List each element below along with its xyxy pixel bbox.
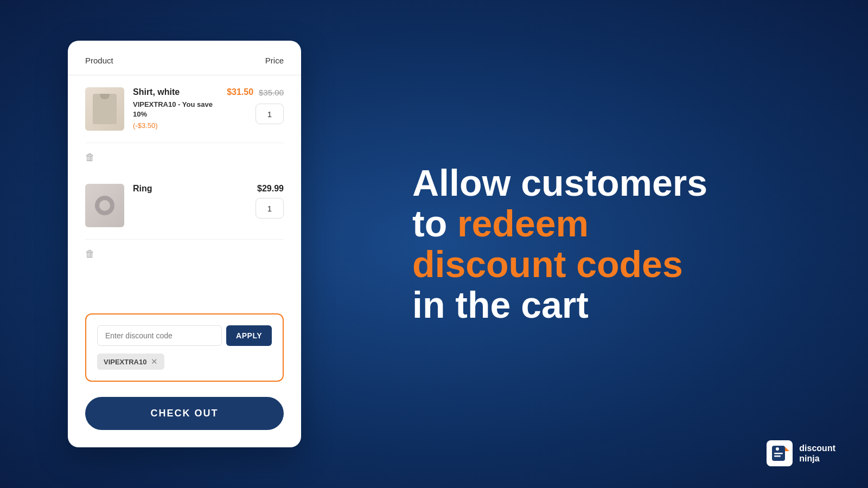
headline-line1: Allow customers xyxy=(412,163,825,203)
shirt-delete-icon[interactable]: 🗑 xyxy=(85,152,95,163)
ring-details: Ring $29.99 1 xyxy=(133,184,284,219)
brand-text: discount ninja xyxy=(799,443,835,464)
headline-redeem: redeem xyxy=(457,203,589,244)
ring-thumbnail xyxy=(85,184,124,227)
shirt-sale-price: $31.50 xyxy=(227,87,253,97)
svg-marker-4 xyxy=(785,447,789,451)
svg-point-1 xyxy=(776,447,779,451)
headline-line4: in the cart xyxy=(412,285,825,325)
left-panel: Product Price Shirt, white VIPEX xyxy=(0,0,369,488)
coupon-tags: VIPEXTRA10 ✕ xyxy=(97,354,272,370)
item-image-shirt xyxy=(85,87,124,131)
shirt-shape-icon xyxy=(93,94,117,124)
shirt-discount-label: VIPEXTRA10 - You save 10% xyxy=(133,100,213,118)
discount-code-input[interactable] xyxy=(97,325,222,346)
ring-price: $29.99 xyxy=(257,184,284,194)
apply-discount-button[interactable]: APPLY xyxy=(226,325,272,346)
list-item: Shirt, white VIPEXTRA10 - You save 10% (… xyxy=(85,75,284,143)
shirt-thumbnail xyxy=(85,87,124,131)
coupon-tag: VIPEXTRA10 ✕ xyxy=(97,354,164,370)
coupon-code-label: VIPEXTRA10 xyxy=(104,358,146,366)
cart-card: Product Price Shirt, white VIPEX xyxy=(68,41,301,447)
svg-rect-3 xyxy=(774,455,781,457)
headline-line2: to redeem xyxy=(412,203,825,244)
brand-name-line2: ninja xyxy=(799,453,835,464)
brand-name-line1: discount xyxy=(799,443,835,453)
column-price: Price xyxy=(265,56,284,65)
cart-header: Product Price xyxy=(68,41,301,75)
shirt-original-price: $35.00 xyxy=(259,88,284,97)
ninja-icon xyxy=(770,444,789,463)
shirt-details: Shirt, white VIPEXTRA10 - You save 10% (… xyxy=(133,87,284,130)
ring-name: Ring xyxy=(133,184,152,194)
ring-delete-icon[interactable]: 🗑 xyxy=(85,248,95,260)
item-image-ring xyxy=(85,184,124,227)
discount-input-row: APPLY xyxy=(97,325,272,346)
discount-section: APPLY VIPEXTRA10 ✕ xyxy=(68,303,301,397)
cart-items: Shirt, white VIPEXTRA10 - You save 10% (… xyxy=(68,75,301,303)
list-item: Ring $29.99 1 xyxy=(85,172,284,240)
shirt-delete-row: 🗑 xyxy=(85,143,284,172)
ring-quantity[interactable]: 1 xyxy=(256,198,284,219)
ring-shape-icon xyxy=(95,196,114,215)
headline: Allow customers to redeem discount codes… xyxy=(412,163,825,325)
brand-area: discount ninja xyxy=(767,440,835,466)
ring-delete-row: 🗑 xyxy=(85,240,284,268)
svg-rect-2 xyxy=(774,453,783,454)
headline-to: to xyxy=(412,203,457,244)
shirt-quantity[interactable]: 1 xyxy=(256,104,284,124)
checkout-button[interactable]: CHECK OUT xyxy=(85,397,284,430)
right-panel: Allow customers to redeem discount codes… xyxy=(369,130,868,357)
discount-box: APPLY VIPEXTRA10 ✕ xyxy=(85,313,284,382)
remove-coupon-icon[interactable]: ✕ xyxy=(151,357,158,367)
brand-icon xyxy=(767,440,793,466)
shirt-name: Shirt, white xyxy=(133,87,227,97)
shirt-discount-amount: (-$3.50) xyxy=(133,121,158,130)
column-product: Product xyxy=(85,56,113,65)
headline-line3: discount codes xyxy=(412,244,825,285)
